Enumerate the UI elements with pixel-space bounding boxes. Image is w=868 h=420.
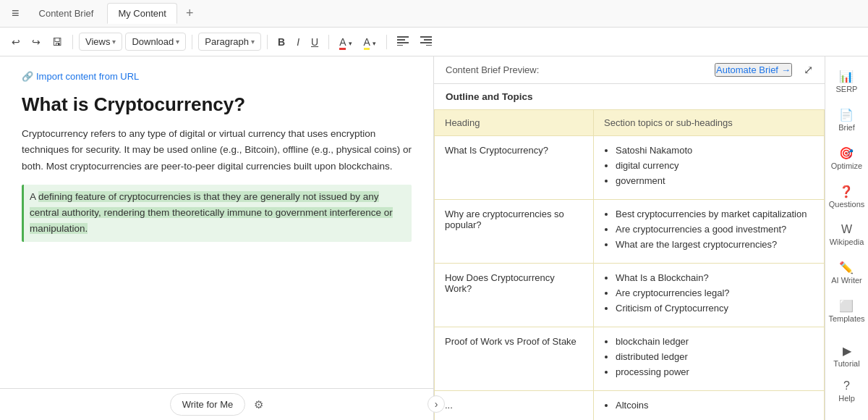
sidebar-item-wikipedia[interactable]: WWikipedia: [825, 216, 867, 253]
settings-button[interactable]: ⚙: [254, 398, 263, 411]
redo-button[interactable]: ↪: [27, 33, 45, 51]
sidebar-icon-serp: 📊: [839, 70, 854, 83]
sidebar-item-questions[interactable]: ❓Questions: [825, 177, 867, 216]
main-area: 🔗 Import content from URL What is Crypto…: [0, 56, 868, 420]
align-left-button[interactable]: [393, 33, 413, 51]
tab-bar: ≡ Content Brief My Content +: [0, 0, 868, 28]
topics-cell: Altcoins: [594, 391, 825, 421]
list-item: digital currency: [616, 160, 814, 171]
separator-5: [386, 35, 387, 49]
topics-cell: What Is a Blockchain?Are cryptocurrencie…: [594, 264, 825, 327]
undo-button[interactable]: ↩: [7, 33, 25, 51]
topics-cell: blockchain ledgerdistributed ledgerproce…: [594, 327, 825, 391]
redo-icon: ↪: [32, 36, 41, 48]
sidebar-item-serp[interactable]: 📊SERP: [825, 62, 867, 101]
sidebar-item-ai writer[interactable]: ✏️AI Writer: [825, 253, 867, 292]
sidebar-item-templates[interactable]: ⬜Templates: [825, 292, 867, 330]
sidebar-item-optimize[interactable]: 🎯Optimize: [825, 139, 867, 177]
editor-paragraph-2[interactable]: A defining feature of cryptocurrencies i…: [22, 185, 412, 242]
list-item: blockchain ledger: [616, 336, 814, 347]
font-color-icon: A: [339, 36, 346, 50]
list-item: What Is a Blockchain?: [616, 272, 814, 283]
expand-preview-icon: ⤢: [804, 64, 813, 76]
tab-content-brief[interactable]: Content Brief: [28, 3, 105, 24]
table-row: What Is Cryptocurrency?Satoshi Nakamotod…: [435, 136, 825, 200]
topics-cell: Best cryptocurrencies by market capitali…: [594, 200, 825, 264]
svg-rect-0: [397, 36, 409, 38]
settings-icon: ⚙: [254, 398, 263, 411]
download-chevron: ▾: [176, 38, 179, 46]
heading-cell: Proof of Work vs Proof of Stake: [435, 327, 594, 391]
editor-footer: Write for Me ⚙: [0, 388, 433, 420]
list-item: Altcoins: [616, 400, 814, 411]
import-url-link[interactable]: 🔗 Import content from URL: [22, 71, 412, 82]
heading-cell: How Does Cryptocurrency Work?: [435, 264, 594, 327]
list-item: distributed ledger: [616, 351, 814, 362]
heading-cell: Why are cryptocurrencies so popular?: [435, 200, 594, 264]
editor-panel: 🔗 Import content from URL What is Crypto…: [0, 56, 434, 420]
paragraph-dropdown[interactable]: Paragraph ▾: [198, 33, 261, 51]
table-row: Why are cryptocurrencies so popular?Best…: [435, 200, 825, 264]
bold-button[interactable]: B: [273, 33, 289, 51]
svg-rect-4: [420, 36, 432, 38]
undo-icon: ↩: [12, 36, 20, 48]
italic-label: I: [297, 36, 299, 48]
bold-label: B: [278, 36, 285, 48]
sidebar-icon-templates: ⬜: [839, 299, 854, 313]
save-icon: 🖫: [52, 36, 62, 48]
editor-content: 🔗 Import content from URL What is Crypto…: [0, 56, 433, 388]
sidebar-bottom-help[interactable]: ?Help: [830, 374, 862, 408]
editor-title[interactable]: What is Cryptocurrency?: [22, 93, 412, 116]
svg-rect-6: [420, 42, 432, 43]
underline-label: U: [311, 36, 318, 48]
paragraph-chevron: ▾: [251, 38, 255, 46]
expand-editor-button[interactable]: ›: [434, 395, 445, 413]
sidebar-bottom: ▶Tutorial?Help: [825, 338, 868, 414]
table-row: How Does Cryptocurrency Work?What Is a B…: [435, 264, 825, 327]
link-icon: 🔗: [22, 71, 33, 82]
align-right-button[interactable]: [416, 33, 436, 51]
underline-button[interactable]: U: [307, 33, 323, 51]
highlight-icon: A: [364, 36, 370, 50]
sidebar-icon-optimize: 🎯: [839, 146, 854, 160]
preview-title: Content Brief Preview:: [446, 64, 539, 75]
views-dropdown[interactable]: Views ▾: [79, 33, 122, 51]
add-tab-button[interactable]: +: [180, 3, 200, 24]
sidebar-icon-brief: 📄: [839, 108, 854, 122]
tab-my-content[interactable]: My Content: [107, 3, 176, 24]
table-row: ...Altcoins: [435, 391, 825, 421]
sidebar-bottom-icon-help: ?: [843, 379, 850, 392]
col-heading: Heading: [435, 110, 594, 136]
list-item: Are cryptocurrencies a good investment?: [616, 224, 814, 235]
sidebar-icon-ai writer: ✏️: [839, 261, 854, 274]
expand-preview-button[interactable]: ⤢: [804, 63, 813, 77]
highlight-button[interactable]: A ▾: [359, 33, 380, 51]
preview-panel: Content Brief Preview: Automate Brief → …: [434, 56, 825, 420]
sidebar-bottom-tutorial[interactable]: ▶Tutorial: [830, 338, 862, 374]
font-color-button[interactable]: A ▾: [335, 33, 356, 51]
outline-heading: Outline and Topics: [434, 84, 825, 109]
menu-button[interactable]: ≡: [6, 3, 25, 24]
automate-icon: →: [781, 64, 791, 75]
separator-3: [267, 35, 268, 49]
toolbar: ↩ ↪ 🖫 Views ▾ Download ▾ Paragraph ▾ B I…: [0, 28, 868, 56]
list-item: What are the largest cryptocurrencies?: [616, 239, 814, 250]
editor-paragraph-1[interactable]: Cryptocurrency refers to any type of dig…: [22, 126, 412, 175]
italic-button[interactable]: I: [292, 33, 304, 51]
write-for-me-button[interactable]: Write for Me: [170, 393, 246, 416]
list-item: Criticism of Cryptocurrency: [616, 303, 814, 314]
heading-cell: What Is Cryptocurrency?: [435, 136, 594, 200]
list-item: Satoshi Nakamoto: [616, 145, 814, 156]
svg-rect-1: [397, 39, 405, 41]
download-dropdown[interactable]: Download ▾: [125, 33, 186, 51]
list-item: Best cryptocurrencies by market capitali…: [616, 209, 814, 219]
svg-rect-7: [426, 45, 432, 46]
list-item: processing power: [616, 366, 814, 377]
sidebar-item-brief[interactable]: 📄Brief: [825, 101, 867, 139]
topics-cell: Satoshi Nakamotodigital currencygovernme…: [594, 136, 825, 200]
views-chevron: ▾: [112, 38, 116, 46]
right-sidebar: 📊SERP📄Brief🎯Optimize❓QuestionsWWikipedia…: [825, 56, 868, 420]
automate-brief-button[interactable]: Automate Brief →: [715, 63, 792, 77]
save-button[interactable]: 🖫: [48, 33, 67, 51]
align-left-icon: [397, 35, 409, 46]
